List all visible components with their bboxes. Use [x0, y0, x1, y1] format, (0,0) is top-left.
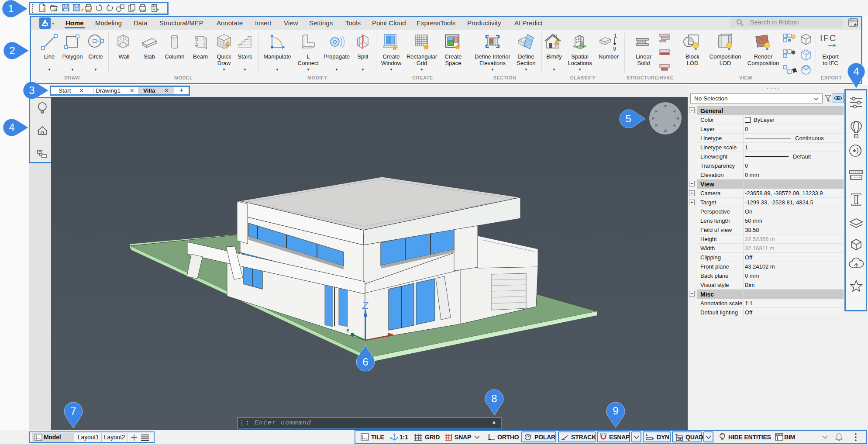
svg-text:8: 8 — [491, 393, 497, 404]
svg-text:4: 4 — [9, 121, 14, 133]
svg-text:9: 9 — [613, 405, 618, 417]
svg-text:1: 1 — [8, 3, 14, 14]
svg-text:5: 5 — [625, 113, 631, 124]
svg-text:4: 4 — [853, 66, 859, 77]
svg-text:6: 6 — [362, 356, 368, 368]
svg-text:2: 2 — [9, 45, 15, 56]
svg-text:7: 7 — [70, 405, 76, 417]
svg-text:3: 3 — [29, 84, 34, 96]
